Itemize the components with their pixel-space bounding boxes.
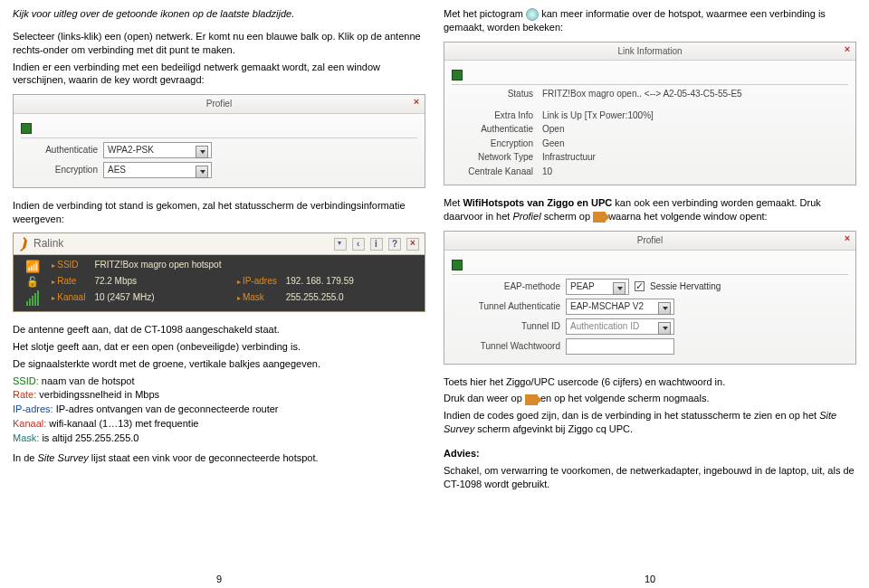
close-icon[interactable]: × <box>841 232 854 245</box>
square-icon <box>452 70 463 81</box>
kv-ssid-k: SSID <box>52 259 85 273</box>
auth-label: Authenticatie <box>21 144 98 156</box>
page-right: Met het pictogram kan meer informatie ov… <box>444 7 856 588</box>
definitions-list: SSID: naam van de hotspot Rate: verbidin… <box>13 375 425 446</box>
li-k-4: Network Type <box>452 151 542 164</box>
para-select: Selecteer (links-klik) een (open) netwer… <box>13 30 425 57</box>
profiel-title: Profiel <box>206 98 232 110</box>
close-icon[interactable]: × <box>410 96 423 109</box>
para-toets: Toets hier het Ziggo/UPC usercode (6 cij… <box>444 375 856 389</box>
tunnel-pw-input[interactable] <box>566 338 674 355</box>
tunnel-id-label: Tunnel ID <box>452 320 560 333</box>
eap-title: Profiel <box>637 234 663 247</box>
def-kan-v: wifi-kanaal (1…13) met frequentie <box>46 418 198 429</box>
tunnel-id-select[interactable]: Authentication ID <box>566 318 674 335</box>
info-icon[interactable] <box>370 238 383 251</box>
help-icon[interactable] <box>388 238 401 251</box>
linkinfo-window: Link Information × StatusFRITZ!Box magro… <box>444 42 856 186</box>
intro-italic: Kijk voor uitleg over de getoonde ikonen… <box>13 7 425 21</box>
def-mask-v: is altijd 255.255.255.0 <box>39 432 138 443</box>
advies-body: Schakel, om verwarring te voorkomen, de … <box>444 464 856 491</box>
eap-method-label: EAP-methode <box>452 280 560 293</box>
kv-ssid-v: FRITZ!Box magro open hotspot <box>94 259 419 273</box>
para-pictogram: Met het pictogram kan meer informatie ov… <box>444 7 856 34</box>
enc-label: Encryption <box>21 164 98 176</box>
lock-open-icon: 🔓 <box>26 275 39 289</box>
ralink-brand: Ralink <box>33 236 63 251</box>
kv-mask-k: Mask <box>237 291 277 306</box>
def-kan-k: Kanaal: <box>13 418 46 429</box>
sessie-checkbox[interactable] <box>635 281 645 291</box>
def-ip-k: IP-adres: <box>13 403 53 414</box>
para-slotje: Het slotje geeft aan, dat er een open (o… <box>13 340 425 354</box>
eap-method-select[interactable]: PEAP <box>566 279 629 295</box>
def-ip-v: IP-adres ontvangen van de geconnecteerde… <box>53 403 279 414</box>
li-k-2: Authenticatie <box>452 123 542 136</box>
def-rate-v: verbidingssnelheid in Mbps <box>36 389 159 400</box>
ralink-logo: ⦘ <box>19 237 28 251</box>
li-k-0: Status <box>452 88 542 100</box>
tunnel-pw-label: Tunnel Wachtwoord <box>452 340 560 353</box>
page-number: 10 <box>444 567 856 588</box>
kv-ip-v: 192. 168. 179.59 <box>286 275 419 289</box>
next-arrow-icon <box>525 394 538 405</box>
tunnel-auth-label: Tunnel Authenticatie <box>452 300 560 313</box>
page-number: 9 <box>13 567 425 588</box>
eap-window: Profiel × EAP-methode PEAP Sessie Hervat… <box>444 231 856 365</box>
li-v-4: Infrastructuur <box>542 151 596 164</box>
square-icon <box>21 123 32 134</box>
def-mask-k: Mask: <box>13 432 39 443</box>
eap-titlebar: Profiel × <box>444 232 855 251</box>
enc-select[interactable]: AES <box>103 162 212 178</box>
ralink-panel: ⦘ Ralink 📶 🔓 SSID FRITZ!Box magro open h… <box>13 232 425 312</box>
square-icon <box>452 260 463 270</box>
li-k-5: Centrale Kanaal <box>452 166 542 178</box>
linkinfo-title: Link Information <box>617 45 682 58</box>
profiel-window: Profiel × Authenticatie WPA2-PSK Encrypt… <box>13 94 425 188</box>
signal-bars <box>26 289 39 306</box>
kv-ip-k: IP-adres <box>237 275 277 289</box>
para-secure: Indien er een verbinding met een bedeili… <box>13 61 425 88</box>
para-signaal: De signaalsterkte wordt met de groene, v… <box>13 357 425 371</box>
page-left: Kijk voor uitleg over de getoonde ikonen… <box>13 7 425 588</box>
advies-heading: Advies: <box>444 447 856 460</box>
next-arrow-icon <box>593 212 606 223</box>
def-ssid-v: naam van de hotspot <box>39 375 135 386</box>
kv-mask-v: 255.255.255.0 <box>286 291 419 306</box>
li-v-5: 10 <box>542 166 552 178</box>
def-ssid-k: SSID: <box>13 375 39 386</box>
kv-kan-k: Kanaal <box>52 291 85 306</box>
para-druk: Druk dan weer op en op het volgende sche… <box>444 392 856 405</box>
para-antenne: De antenne geeft aan, dat de CT-1098 aan… <box>13 323 425 337</box>
kv-kan-v: 10 (2457 MHz) <box>94 291 227 306</box>
profiel-titlebar: Profiel × <box>14 95 425 114</box>
li-k-1: Extra Info <box>452 109 542 122</box>
hotspot-info-icon <box>526 8 539 21</box>
sessie-label: Sessie Hervatting <box>650 280 721 293</box>
li-v-0: FRITZ!Box magro open.. <--> A2-05-43-C5-… <box>542 88 742 100</box>
para-status: Indien de verbinding tot stand is gekome… <box>13 199 425 226</box>
li-k-3: Encryption <box>452 138 542 150</box>
auth-select[interactable]: WPA2-PSK <box>103 142 212 158</box>
antenna-icon: 📶 <box>25 259 40 275</box>
dropdown-icon[interactable] <box>334 238 347 251</box>
close-icon[interactable] <box>406 238 419 251</box>
close-icon[interactable]: × <box>841 43 854 56</box>
para-sitesurvey: In de Site Survey lijst staat een vink v… <box>13 451 425 465</box>
kv-rate-v: 72.2 Mbps <box>94 275 227 289</box>
li-v-3: Geen <box>542 138 564 150</box>
para-codes: Indien de codes goed zijn, dan is de ver… <box>444 409 856 436</box>
kv-rate-k: Rate <box>52 275 85 289</box>
back-icon[interactable] <box>352 238 365 251</box>
signal-antenna: 📶 🔓 <box>19 259 46 306</box>
tunnel-auth-select[interactable]: EAP-MSCHAP V2 <box>566 299 674 315</box>
li-v-2: Open <box>542 123 564 136</box>
linkinfo-titlebar: Link Information × <box>444 43 855 62</box>
li-v-1: Link is Up [Tx Power:100%] <box>542 109 654 122</box>
para-wifihotspots: Met WifiHotspots van Ziggo en UPC kan oo… <box>444 196 856 223</box>
def-rate-k: Rate: <box>13 389 36 400</box>
